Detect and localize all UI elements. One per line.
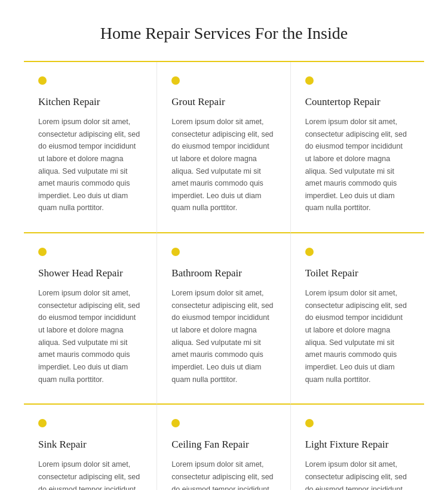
card-title-toilet-repair: Toilet Repair xyxy=(305,267,410,280)
card-title-light-fixture-repair: Light Fixture Repair xyxy=(305,438,410,451)
card-dot-sink-repair xyxy=(38,419,47,427)
card-title-bathroom-repair: Bathroom Repair xyxy=(171,267,275,280)
card-dot-shower-head-repair xyxy=(38,248,47,256)
card-sink-repair: Sink Repair Lorem ipsum dolor sit amet, … xyxy=(24,405,157,490)
card-title-countertop-repair: Countertop Repair xyxy=(305,95,410,109)
card-dot-light-fixture-repair xyxy=(305,419,314,427)
card-dot-ceiling-fan-repair xyxy=(171,419,180,427)
card-dot-toilet-repair xyxy=(305,248,314,256)
card-title-shower-head-repair: Shower Head Repair xyxy=(38,267,142,280)
card-ceiling-fan-repair: Ceiling Fan Repair Lorem ipsum dolor sit… xyxy=(157,405,290,490)
card-text-light-fixture-repair: Lorem ipsum dolor sit amet, consectetur … xyxy=(305,458,410,490)
card-text-bathroom-repair: Lorem ipsum dolor sit amet, consectetur … xyxy=(171,287,275,386)
page-title: Home Repair Services For the Inside xyxy=(24,24,424,43)
card-countertop-repair: Countertop Repair Lorem ipsum dolor sit … xyxy=(291,62,424,233)
card-text-countertop-repair: Lorem ipsum dolor sit amet, consectetur … xyxy=(305,116,410,214)
card-dot-countertop-repair xyxy=(305,76,314,85)
card-toilet-repair: Toilet Repair Lorem ipsum dolor sit amet… xyxy=(291,233,424,405)
card-text-sink-repair: Lorem ipsum dolor sit amet, consectetur … xyxy=(38,458,142,490)
card-text-ceiling-fan-repair: Lorem ipsum dolor sit amet, consectetur … xyxy=(171,458,275,490)
services-grid: Kitchen Repair Lorem ipsum dolor sit ame… xyxy=(24,62,424,490)
card-dot-grout-repair xyxy=(171,76,180,85)
card-dot-bathroom-repair xyxy=(171,248,180,256)
card-text-toilet-repair: Lorem ipsum dolor sit amet, consectetur … xyxy=(305,287,410,386)
page-container: Home Repair Services For the Inside Kitc… xyxy=(0,0,448,490)
card-text-kitchen-repair: Lorem ipsum dolor sit amet, consectetur … xyxy=(38,116,142,214)
card-shower-head-repair: Shower Head Repair Lorem ipsum dolor sit… xyxy=(24,233,157,405)
card-title-grout-repair: Grout Repair xyxy=(171,95,275,109)
card-bathroom-repair: Bathroom Repair Lorem ipsum dolor sit am… xyxy=(157,233,290,405)
card-kitchen-repair: Kitchen Repair Lorem ipsum dolor sit ame… xyxy=(24,62,157,233)
card-title-sink-repair: Sink Repair xyxy=(38,438,142,451)
card-title-ceiling-fan-repair: Ceiling Fan Repair xyxy=(171,438,275,451)
card-grout-repair: Grout Repair Lorem ipsum dolor sit amet,… xyxy=(157,62,290,233)
card-text-shower-head-repair: Lorem ipsum dolor sit amet, consectetur … xyxy=(38,287,142,386)
card-text-grout-repair: Lorem ipsum dolor sit amet, consectetur … xyxy=(171,116,275,214)
card-light-fixture-repair: Light Fixture Repair Lorem ipsum dolor s… xyxy=(291,405,424,490)
card-dot-kitchen-repair xyxy=(38,76,47,85)
card-title-kitchen-repair: Kitchen Repair xyxy=(38,95,142,109)
